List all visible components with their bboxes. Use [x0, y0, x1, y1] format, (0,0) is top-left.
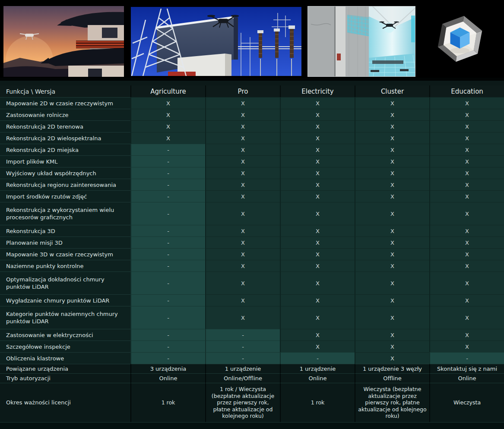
column-header-electricity: Electricity — [280, 85, 355, 97]
feature-row: Zastosowanie rolniczeXXXXX — [0, 109, 504, 120]
feature-cell: X — [205, 248, 280, 260]
feature-cell: X — [130, 120, 205, 132]
feature-cell: X — [205, 225, 280, 237]
hex-cube-logo-icon — [430, 9, 490, 69]
feature-label: Rekonstrukcja 2D terenowa — [0, 120, 130, 132]
feature-cell: X — [130, 109, 205, 120]
feature-cell: X — [205, 97, 280, 109]
feature-cell: X — [429, 260, 504, 271]
feature-cell: X — [429, 132, 504, 144]
info-cell: 1 urządzenie 3 węzły — [355, 364, 429, 373]
feature-label: Rekonstrukcja z wykorzystaniem wielu pro… — [0, 202, 130, 225]
banner — [0, 0, 504, 78]
info-cell: Online — [130, 373, 205, 383]
feature-cell: X — [280, 225, 355, 237]
feature-cell: X — [355, 271, 429, 294]
feature-cell: X — [429, 248, 504, 260]
feature-cell: X — [280, 190, 355, 202]
feature-row: Import środków rzutów zdjęć-XXXX — [0, 190, 504, 202]
feature-cell: X — [280, 237, 355, 248]
feature-cell: X — [280, 155, 355, 167]
feature-row: Optymalizacja dokładności chmury punktów… — [0, 271, 504, 294]
feature-row: Rekonstrukcja 2D miejska-XXXX — [0, 144, 504, 155]
feature-cell: X — [280, 271, 355, 294]
feature-cell: X — [280, 97, 355, 109]
info-cell: 1 rok / Wieczysta (bezpłatne aktualizacj… — [205, 383, 280, 422]
feature-cell: X — [429, 179, 504, 190]
feature-cell: X — [355, 294, 429, 306]
feature-cell: X — [355, 237, 429, 248]
feature-row: Naziemne punkty kontrolne-XXXX — [0, 260, 504, 271]
feature-cell: - — [130, 341, 205, 352]
feature-cell: X — [355, 144, 429, 155]
feature-cell: X — [205, 271, 280, 294]
feature-cell: - — [130, 155, 205, 167]
feature-cell: X — [205, 109, 280, 120]
feature-cell: X — [429, 190, 504, 202]
feature-cell: X — [205, 202, 280, 225]
feature-label: Obliczenia klastrowe — [0, 352, 130, 364]
info-row: Tryb autoryzacjiOnlineOnline/OfflineOnli… — [0, 373, 504, 383]
banner-image-indoor-scan — [307, 6, 415, 77]
feature-cell: X — [355, 202, 429, 225]
feature-cell: X — [355, 167, 429, 179]
feature-cell: X — [355, 155, 429, 167]
info-rows: Powiązane urządzenia3 urządzenia1 urządz… — [0, 364, 504, 422]
feature-label: Naziemne punkty kontrolne — [0, 260, 130, 271]
info-cell: 1 rok — [130, 383, 205, 422]
banner-image-substation — [131, 7, 301, 76]
column-header-cluster: Cluster — [355, 85, 429, 97]
feature-label: Import plików KML — [0, 155, 130, 167]
info-cell: 1 urządzenie — [280, 364, 355, 373]
info-cell: 3 urządzenia — [130, 364, 205, 373]
feature-cell: X — [355, 306, 429, 329]
feature-cell: X — [355, 329, 429, 341]
feature-row: Kategorie punktów naziemnych chmury punk… — [0, 306, 504, 329]
info-label: Powiązane urządzenia — [0, 364, 130, 373]
bottom-band — [0, 422, 504, 429]
feature-cell: - — [130, 260, 205, 271]
feature-cell: X — [355, 190, 429, 202]
feature-cell: X — [205, 167, 280, 179]
feature-cell: X — [355, 97, 429, 109]
feature-label: Import środków rzutów zdjęć — [0, 190, 130, 202]
feature-cell: X — [280, 248, 355, 260]
feature-row: Rekonstrukcja regionu zainteresowania-XX… — [0, 179, 504, 190]
feature-cell: X — [280, 120, 355, 132]
feature-row: Szczegółowe inspekcje--XXX — [0, 341, 504, 352]
feature-cell: X — [205, 306, 280, 329]
feature-cell: X — [429, 341, 504, 352]
feature-label: Kategorie punktów naziemnych chmury punk… — [0, 306, 130, 329]
info-cell: Online/Offline — [205, 373, 280, 383]
info-cell: Offline — [355, 373, 429, 383]
feature-cell: - — [429, 352, 504, 364]
feature-label: Szczegółowe inspekcje — [0, 341, 130, 352]
feature-cell: X — [280, 144, 355, 155]
feature-cell: X — [355, 120, 429, 132]
feature-row: Rekonstrukcja 3D-XXXX — [0, 225, 504, 237]
info-cell: Wieczysta (bezpłatne aktualizacje przez … — [355, 383, 429, 422]
feature-row: Rekonstrukcja 2D wielospektralnaXXXXX — [0, 132, 504, 144]
feature-cell: X — [130, 97, 205, 109]
feature-cell: X — [429, 155, 504, 167]
feature-cell: - — [130, 202, 205, 225]
feature-cell: X — [130, 132, 205, 144]
feature-cell: X — [355, 341, 429, 352]
feature-cell: X — [355, 132, 429, 144]
feature-row: Mapowanie 3D w czasie rzeczywistym-XXXX — [0, 248, 504, 260]
feature-cell: X — [429, 97, 504, 109]
feature-cell: X — [205, 132, 280, 144]
feature-cell: X — [280, 202, 355, 225]
info-cell: 1 urządzenie — [205, 364, 280, 373]
feature-cell: - — [205, 341, 280, 352]
feature-cell: X — [280, 306, 355, 329]
feature-row: Import plików KML-XXXX — [0, 155, 504, 167]
banner-image-castle-sunset — [3, 6, 124, 77]
feature-cell: X — [429, 109, 504, 120]
feature-cell: X — [205, 144, 280, 155]
info-cell: Wieczysta — [429, 383, 504, 422]
feature-cell: X — [429, 271, 504, 294]
feature-cell: X — [355, 248, 429, 260]
feature-row: Rekonstrukcja z wykorzystaniem wielu pro… — [0, 202, 504, 225]
feature-cell: X — [205, 155, 280, 167]
